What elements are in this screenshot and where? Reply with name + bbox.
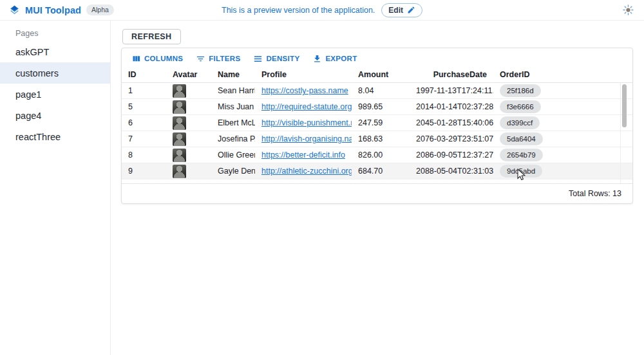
cell-id: 8 xyxy=(122,150,166,159)
cell-avatar xyxy=(166,165,211,178)
column-header-name[interactable]: Name xyxy=(211,70,255,79)
cell-amount: 826.00 xyxy=(352,150,410,159)
table-row[interactable]: 6Elbert McL...http://visible-punishment.… xyxy=(122,115,632,131)
sidebar-item-askGPT[interactable]: askGPT xyxy=(0,41,110,62)
cell-purchase_date: 2014-01-14T02:37:28.536Z xyxy=(410,102,493,111)
preview-banner-text: This is a preview version of the applica… xyxy=(222,6,375,15)
cell-order_id: d399ccf xyxy=(493,116,616,129)
table-row[interactable]: 9Gayle Den...http://athletic-zucchini.or… xyxy=(122,163,632,179)
column-header-profile[interactable]: Profile xyxy=(255,70,352,79)
profile-link[interactable]: http://required-statute.org xyxy=(261,102,352,111)
sidebar-section-label: Pages xyxy=(15,27,110,40)
view-column-icon xyxy=(131,54,141,64)
column-header-amount[interactable]: Amount xyxy=(352,70,410,79)
sidebar-item-page4[interactable]: page4 xyxy=(0,105,110,126)
column-header-purchase_date[interactable]: PurchaseDate xyxy=(410,70,493,79)
cell-order_id: 5da6404 xyxy=(493,132,616,145)
avatar-image xyxy=(173,149,186,162)
edit-button-label: Edit xyxy=(388,6,403,15)
cell-id: 6 xyxy=(122,118,166,127)
cell-profile: http://required-statute.org xyxy=(255,102,352,111)
vertical-scrollbar-thumb[interactable] xyxy=(622,84,627,127)
sidebar-item-label: customers xyxy=(15,68,59,78)
cell-name: Sean Harris xyxy=(211,86,255,95)
avatar-image xyxy=(173,116,186,130)
columns-button[interactable]: COLUMNS xyxy=(126,52,189,66)
cell-amount: 684.70 xyxy=(352,167,410,176)
cell-order_id: 25f186d xyxy=(493,84,616,97)
avatar-image xyxy=(173,100,186,114)
profile-link[interactable]: https://costly-pass.name xyxy=(261,86,348,95)
total-rows-label: Total Rows: 13 xyxy=(569,189,621,198)
cell-amount: 8.04 xyxy=(352,86,410,95)
cell-avatar xyxy=(166,100,211,114)
avatar-image xyxy=(173,84,186,98)
sidebar-item-label: askGPT xyxy=(15,47,49,57)
app-title: MUI Toolpad xyxy=(25,5,81,15)
filter-icon xyxy=(196,54,205,64)
cell-amount: 989.65 xyxy=(352,102,410,111)
cell-name: Gayle Den... xyxy=(211,167,255,176)
order-id-chip[interactable]: 2654b79 xyxy=(500,149,543,161)
grid-rows: 1Sean Harrishttps://costly-pass.name8.04… xyxy=(122,83,632,179)
cell-avatar xyxy=(166,149,211,162)
profile-link[interactable]: https://better-deficit.info xyxy=(261,150,345,159)
grid-toolbar: COLUMNSFILTERSDENSITYEXPORT xyxy=(122,48,632,66)
filters-button[interactable]: FILTERS xyxy=(190,52,246,66)
cell-order_id: 9dc5abd xyxy=(493,165,616,178)
order-id-chip[interactable]: 9dc5abd xyxy=(500,165,542,178)
order-id-chip[interactable]: f3e6666 xyxy=(500,100,541,113)
cell-id: 7 xyxy=(122,134,166,143)
cell-amount: 168.63 xyxy=(352,134,410,143)
cell-profile: https://better-deficit.info xyxy=(255,150,352,159)
app-logo[interactable]: MUI Toolpad Alpha xyxy=(9,5,114,15)
main-content: REFRESH COLUMNSFILTERSDENSITYEXPORT IDAv… xyxy=(111,21,644,355)
sidebar-item-page1[interactable]: page1 xyxy=(0,84,110,105)
profile-link[interactable]: http://athletic-zucchini.org xyxy=(261,167,352,176)
cell-purchase_date: 2076-03-29T23:51:07.968Z xyxy=(410,134,493,143)
sidebar-item-reactThree[interactable]: reactThree xyxy=(0,126,110,147)
order-id-chip[interactable]: 25f186d xyxy=(500,84,541,97)
edit-button[interactable]: Edit xyxy=(381,3,422,17)
cell-profile: http://visible-punishment.net xyxy=(255,118,352,127)
theme-toggle-button[interactable] xyxy=(621,3,635,17)
table-row[interactable]: 5Miss Juan ...http://required-statute.or… xyxy=(122,99,632,115)
sidebar-item-label: reactThree xyxy=(15,132,61,142)
profile-link[interactable]: http://lavish-organising.name xyxy=(261,134,352,143)
table-row[interactable]: 8Ollie Green...https://better-deficit.in… xyxy=(122,147,632,163)
cell-name: Ollie Green... xyxy=(211,150,255,159)
cell-avatar xyxy=(166,84,211,98)
cell-profile: http://athletic-zucchini.org xyxy=(255,167,352,176)
density-button[interactable]: DENSITY xyxy=(247,52,305,66)
profile-link[interactable]: http://visible-punishment.net xyxy=(261,118,352,127)
order-id-chip[interactable]: d399ccf xyxy=(500,116,540,129)
sidebar: Pages askGPTcustomerspage1page4reactThre… xyxy=(0,21,111,355)
sidebar-nav: askGPTcustomerspage1page4reactThree xyxy=(0,41,110,147)
avatar-image xyxy=(173,165,186,178)
avatar-image xyxy=(173,132,186,146)
cell-purchase_date: 2086-09-05T12:37:27.015Z xyxy=(410,150,493,159)
refresh-button[interactable]: REFRESH xyxy=(122,29,181,44)
cell-order_id: 2654b79 xyxy=(493,149,616,161)
cell-name: Elbert McL... xyxy=(211,118,255,127)
sidebar-item-customers[interactable]: customers xyxy=(0,62,110,84)
cell-avatar xyxy=(166,116,211,130)
pencil-icon xyxy=(407,6,415,14)
export-button[interactable]: EXPORT xyxy=(307,52,363,66)
sun-icon xyxy=(623,5,634,15)
table-row[interactable]: 7Josefina P...http://lavish-organising.n… xyxy=(122,131,632,147)
export-icon xyxy=(312,54,322,64)
cell-profile: http://lavish-organising.name xyxy=(255,134,352,143)
column-header-id[interactable]: ID xyxy=(122,70,166,79)
column-header-order_id[interactable]: OrderID xyxy=(493,70,616,79)
order-id-chip[interactable]: 5da6404 xyxy=(500,132,543,145)
cell-id: 9 xyxy=(122,167,166,176)
layers-logo-icon xyxy=(9,5,20,15)
cell-name: Josefina P... xyxy=(211,134,255,143)
column-header-avatar[interactable]: Avatar xyxy=(166,70,211,79)
cell-purchase_date: 2045-01-28T15:40:06.325Z xyxy=(410,118,493,127)
table-row[interactable]: 1Sean Harrishttps://costly-pass.name8.04… xyxy=(122,83,632,99)
sidebar-item-label: page4 xyxy=(15,111,41,121)
app-header: MUI Toolpad Alpha This is a preview vers… xyxy=(0,0,644,21)
cell-order_id: f3e6666 xyxy=(493,100,616,113)
